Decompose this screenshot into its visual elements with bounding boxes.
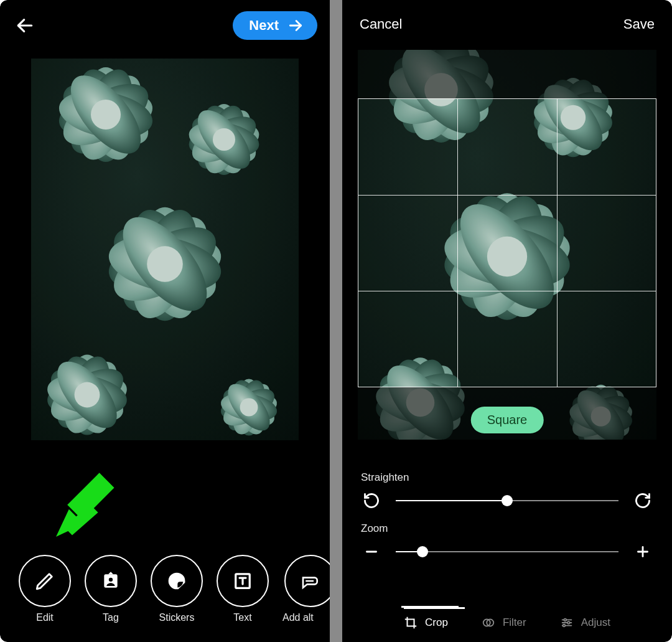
next-button[interactable]: Next: [233, 11, 317, 40]
crop-aspect-button[interactable]: Square: [471, 407, 544, 433]
tool-add-alt[interactable]: Add alt: [282, 555, 314, 623]
tool-text-label: Text: [233, 612, 251, 623]
minus-icon: [363, 544, 380, 560]
filter-icon: [482, 616, 495, 630]
tool-stickers[interactable]: Stickers: [151, 555, 203, 623]
callout-arrow-icon: [56, 456, 137, 537]
zoom-out-button[interactable]: [361, 541, 382, 562]
rotate-ccw-icon: [363, 492, 380, 509]
alt-text-icon: [301, 571, 320, 591]
tool-text[interactable]: Text: [217, 555, 269, 623]
svg-marker-14: [64, 504, 98, 535]
zoom-in-button[interactable]: [632, 541, 653, 562]
zoom-control: Zoom: [361, 522, 653, 562]
attached-media-preview[interactable]: [31, 59, 299, 440]
tag-person-icon: [101, 571, 121, 591]
tab-adjust[interactable]: Adjust: [560, 607, 610, 630]
plus-icon: [635, 544, 651, 560]
tab-adjust-label: Adjust: [581, 616, 610, 629]
svg-point-28: [562, 625, 565, 627]
rotate-cw-button[interactable]: [632, 490, 653, 511]
tab-crop[interactable]: Crop: [404, 607, 448, 630]
screenshot-divider: [330, 0, 342, 642]
adjust-icon: [560, 616, 574, 630]
media-tool-bar: Edit Tag Stickers Text Add alt: [0, 555, 330, 623]
tab-filter-label: Filter: [503, 616, 526, 629]
svg-marker-15: [56, 509, 83, 537]
pencil-icon: [34, 570, 55, 592]
crop-canvas[interactable]: Square: [358, 50, 656, 440]
tool-edit-label: Edit: [36, 612, 54, 623]
edit-mode-tabs: Crop Filter Adjust: [342, 607, 672, 630]
straighten-control: Straighten: [361, 471, 653, 511]
tool-add-alt-label: Add alt: [282, 612, 314, 623]
crop-sliders: Straighten Zoom: [361, 471, 653, 562]
svg-rect-16: [67, 473, 114, 519]
straighten-slider[interactable]: [396, 500, 618, 501]
svg-point-26: [567, 621, 570, 624]
zoom-thumb[interactable]: [417, 546, 428, 557]
rotate-cw-icon: [634, 492, 651, 509]
tool-edit[interactable]: Edit: [19, 555, 71, 623]
tool-stickers-label: Stickers: [159, 612, 195, 623]
zoom-slider[interactable]: [396, 551, 618, 552]
sticker-icon: [167, 571, 187, 591]
edit-crop-screen: Cancel Save Square Straighten: [342, 0, 672, 642]
edit-header: Cancel Save: [342, 0, 672, 39]
tool-tag-label: Tag: [103, 612, 119, 623]
zoom-label: Zoom: [361, 522, 653, 535]
tool-tag[interactable]: Tag: [85, 555, 137, 623]
crop-dim-top: [358, 50, 656, 98]
rotate-ccw-button[interactable]: [361, 490, 382, 511]
compose-header: Next: [0, 0, 330, 45]
arrow-right-icon: [287, 17, 304, 34]
tab-filter[interactable]: Filter: [482, 607, 526, 630]
cancel-button[interactable]: Cancel: [360, 16, 402, 32]
back-button[interactable]: [12, 13, 37, 38]
svg-point-24: [564, 619, 566, 621]
next-button-label: Next: [249, 17, 279, 34]
tab-crop-label: Crop: [425, 616, 448, 629]
straighten-label: Straighten: [361, 471, 653, 484]
text-icon: [233, 572, 252, 590]
crop-icon: [404, 616, 418, 630]
save-button[interactable]: Save: [623, 16, 655, 32]
crop-aspect-label: Square: [487, 413, 528, 427]
crop-grid-overlay[interactable]: [358, 98, 656, 387]
arrow-left-icon: [15, 16, 35, 35]
straighten-thumb[interactable]: [502, 495, 513, 506]
compose-media-screen: Next Edit Tag: [0, 0, 330, 642]
